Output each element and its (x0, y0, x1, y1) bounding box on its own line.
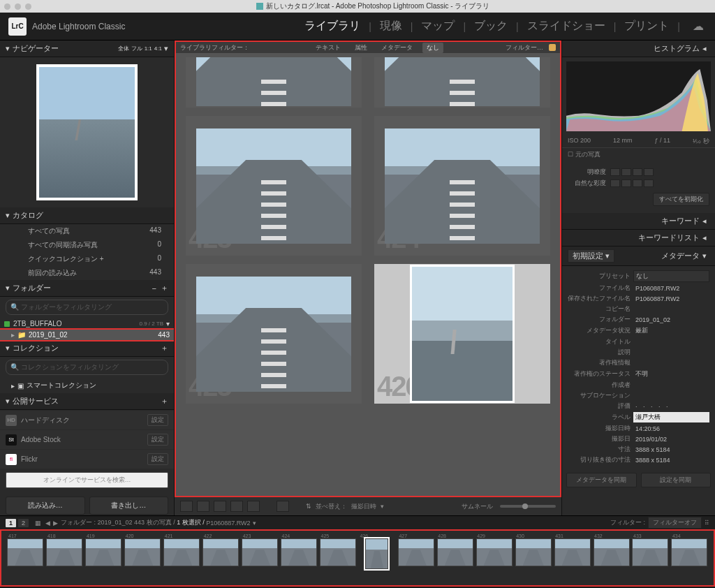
sort-direction-icon[interactable]: ⇅ (306, 503, 311, 510)
label-input[interactable]: 瀬戸大橋 (633, 412, 709, 422)
filmstrip-thumb[interactable] (124, 538, 161, 566)
metadata-row[interactable]: フォルダー 2019_01_02 (568, 315, 709, 324)
plus-icon[interactable]: ＋ (161, 343, 168, 353)
traffic-lights[interactable] (4, 3, 31, 10)
grid-cell[interactable] (186, 57, 362, 108)
filmstrip-thumb[interactable] (594, 538, 630, 566)
filmstrip-thumb[interactable] (515, 538, 552, 566)
source-path[interactable]: フォルダー : 2019_01_02 (61, 518, 133, 527)
grid-mini-icon[interactable]: ▦ (35, 520, 41, 527)
metadata-row[interactable]: 作成者 (568, 381, 709, 390)
filter-tab-meta[interactable]: メタデータ (377, 43, 417, 53)
chevron-down-icon[interactable]: ▾ (381, 503, 384, 510)
volume-row[interactable]: 2TB_BUFFALO 0.9 / 2 TB ▾ (0, 318, 174, 330)
grid-cell[interactable]: 426 (374, 264, 550, 404)
preset-select[interactable]: なし (633, 270, 709, 282)
folder-filter-input[interactable]: 🔍 フォルダーをフィルタリング (6, 300, 168, 315)
filmstrip-info-bar[interactable]: 1 2 ▦ ◀ ▶ フォルダー : 2019_01_02 443 枚の写真 / … (0, 515, 715, 529)
metadata-row[interactable]: 保存されたファイル名 P1060887.RW2 (568, 294, 709, 303)
keyword-header[interactable]: キーワード◂ (562, 213, 715, 230)
cloud-sync-icon[interactable]: ☁ (690, 20, 707, 33)
thumbnail-image[interactable] (196, 277, 351, 392)
filmstrip-item[interactable]: 434 (671, 534, 708, 582)
filmstrip-thumb[interactable] (46, 538, 82, 566)
metadata-set-select[interactable]: 初期設定 ▾ (568, 249, 614, 263)
metadata-row[interactable]: ファイル名 P1060887.RW2 (568, 284, 709, 293)
sort-value[interactable]: 撮影日時 (351, 502, 376, 511)
thumbnail-image[interactable] (410, 265, 515, 403)
filmstrip-thumb[interactable] (163, 538, 200, 566)
monitor-2-button[interactable]: 2 (18, 519, 29, 527)
loupe-view-icon[interactable] (197, 501, 209, 512)
filmstrip-item[interactable]: 431 (554, 534, 591, 582)
filmstrip-thumb[interactable] (281, 538, 317, 566)
filmstrip-item[interactable]: 429 (476, 534, 513, 582)
survey-view-icon[interactable] (230, 501, 243, 512)
chevron-down-icon[interactable]: ▾ (166, 320, 170, 328)
metadata-row[interactable]: タイトル (568, 337, 709, 346)
filmstrip-item[interactable]: 427 (397, 534, 434, 582)
publish-header[interactable]: ▾ 公開サービス ＋ (0, 393, 174, 410)
filmstrip-thumb[interactable] (554, 538, 591, 566)
metadata-value[interactable]: 最新 (633, 325, 709, 336)
export-button[interactable]: 書き出し… (89, 497, 169, 515)
nav-ratio1[interactable]: 1:1 (145, 45, 152, 52)
filmstrip-thumb[interactable] (202, 538, 239, 566)
plus-icon[interactable]: ＋ (161, 396, 168, 406)
find-services-button[interactable]: オンラインでサービスを検索… (6, 472, 168, 488)
module-picker[interactable]: ライブラリ| 現像| マップ| ブック| スライドショー| プリント| ☁ (302, 19, 707, 34)
metadata-value[interactable] (633, 309, 709, 310)
thumbnail-image[interactable] (385, 57, 540, 106)
filmstrip-thumb[interactable] (242, 538, 278, 566)
filmstrip-item[interactable]: 426 (358, 534, 395, 582)
zoom-dot[interactable] (25, 3, 31, 10)
thumb-size-slider[interactable] (500, 505, 556, 508)
metadata-row[interactable]: 著作権のステータス 不明 (568, 369, 709, 379)
catalog-row[interactable]: すべての写真443 (0, 224, 174, 238)
module-slideshow[interactable]: スライドショー (524, 19, 608, 34)
metadata-value[interactable]: 2019_01_02 (633, 316, 709, 324)
folder-row-selected[interactable]: ▸ 📁 2019_01_02 443 (0, 330, 174, 340)
collection-filter-input[interactable]: 🔍 コレクションをフィルタリング (6, 360, 168, 375)
disclosure-icon[interactable]: ▾ (6, 44, 10, 53)
filmstrip-thumb[interactable] (365, 538, 388, 569)
catalog-row[interactable]: クイックコレクション +0 (0, 252, 174, 266)
forward-icon[interactable]: ▶ (53, 520, 58, 527)
metadata-header[interactable]: 初期設定 ▾ メタデータ▾ (562, 247, 715, 266)
metadata-row[interactable]: 説明 (568, 348, 709, 357)
filmstrip-item[interactable]: 420 (124, 534, 161, 582)
filmstrip[interactable]: 417 418 419 420 421 422 423 424 425 426 … (0, 529, 715, 587)
navigator-preview[interactable] (0, 57, 174, 207)
library-filter-bar[interactable]: ライブラリフィルター： テキスト 属性 メタデータ なし フィルター… (175, 41, 561, 53)
disclosure-icon[interactable]: ▾ (6, 397, 10, 406)
grid-cell[interactable]: 423 (186, 116, 362, 256)
keywordlist-header[interactable]: キーワードリスト◂ (562, 230, 715, 247)
filmstrip-thumb[interactable] (7, 538, 43, 566)
filmstrip-thumb[interactable] (671, 538, 707, 566)
sync-settings-button[interactable]: 設定を同期 (641, 473, 712, 487)
histogram[interactable] (566, 61, 711, 131)
back-icon[interactable]: ◀ (45, 520, 50, 527)
nav-ratio2[interactable]: 4:1 (154, 45, 162, 52)
catalog-row[interactable]: 前回の読み込み443 (0, 266, 174, 280)
grid-toolbar[interactable]: ⇅ 並べ替え： 撮影日時 ▾ サムネール (175, 497, 561, 515)
filter-tab-none[interactable]: なし (422, 43, 443, 53)
grid-cell[interactable] (374, 57, 550, 108)
filmstrip-item[interactable]: 418 (46, 534, 83, 582)
filmstrip-thumb[interactable] (320, 538, 356, 566)
filmstrip-filter-select[interactable]: フィルターオフ (648, 517, 702, 529)
thumbnail-image[interactable] (196, 57, 351, 106)
folders-header[interactable]: ▾ フォルダー − ＋ (0, 280, 174, 297)
filmstrip-item[interactable]: 432 (593, 534, 630, 582)
module-print[interactable]: プリント (621, 19, 672, 34)
smart-collection-row[interactable]: ▸ ▣ スマートコレクション (0, 378, 174, 393)
reset-all-button[interactable]: すべてを初期化 (653, 193, 709, 206)
service-setup-button[interactable]: 設定 (147, 453, 168, 465)
plus-icon[interactable]: ＋ (161, 283, 168, 293)
monitor-1-button[interactable]: 1 (6, 519, 16, 527)
filmstrip-item[interactable]: 428 (436, 534, 473, 582)
compare-view-icon[interactable] (214, 501, 226, 512)
nav-fill[interactable]: フル (131, 45, 142, 52)
service-setup-button[interactable]: 設定 (147, 414, 168, 426)
publish-service-row[interactable]: St Adobe Stock 設定 (0, 430, 174, 449)
